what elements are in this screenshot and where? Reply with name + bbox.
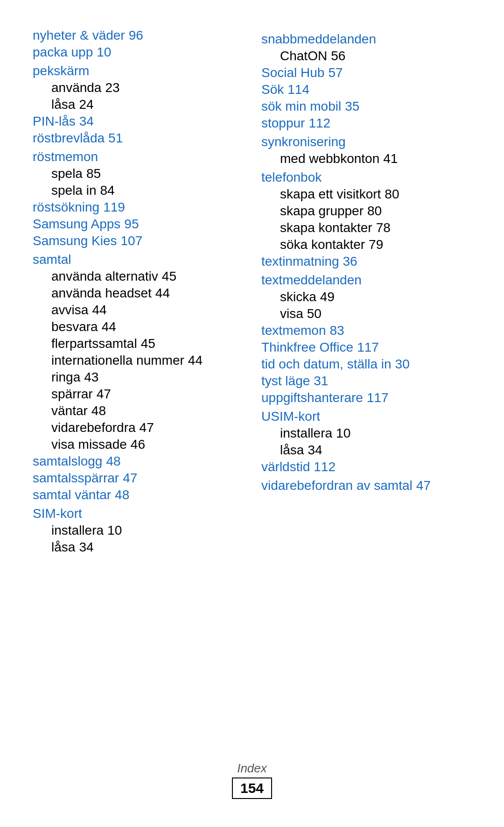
entry-number: 30 [395,357,410,372]
index-entry-parent: pekskärm [33,64,243,78]
entry-label: samtal väntar [33,488,111,502]
index-entry: röstsökning119 [33,200,243,215]
index-sub-entry: skicka49 [261,290,471,304]
index-entry: världstid112 [261,459,471,474]
index-sub-entry: visa missade46 [33,437,243,452]
sub-entry-label: visa missade [51,437,127,452]
entry-label: Samsung Apps [33,217,120,232]
index-entry: Samsung Kies107 [33,233,243,248]
sub-entry-label: låsa [280,443,304,458]
index-entry: Sök114 [261,82,471,97]
sub-entry-number: 84 [100,183,115,198]
sub-entry-number: 23 [105,80,119,95]
sub-entry-label: med webbkonton [280,151,379,166]
sub-entry-number: 56 [331,49,345,64]
entry-label: tid och datum, ställa in [261,357,392,372]
index-entry-parent: telefonbok [261,170,471,185]
entry-label: världstid [261,459,310,474]
sub-entry-label: väntar [51,403,88,418]
index-entry: uppgiftshanterare117 [261,390,471,405]
index-sub-entry: flerpartssamtal45 [33,336,243,351]
sub-entry-number: 10 [336,426,350,441]
entry-label: PIN-lås [33,114,76,129]
index-sub-entry: avvisa44 [33,303,243,318]
sub-entry-label: använda alternativ [51,269,158,284]
sub-entry-label: ringa [51,370,80,385]
index-entry-parent: snabbmeddelanden [261,32,471,47]
entry-number: 107 [121,233,143,248]
sub-entry-number: 85 [86,166,101,181]
index-entry: samtalslogg48 [33,454,243,469]
entry-label: samtal [33,252,71,267]
index-entry: samtalsspärrar47 [33,471,243,486]
index-sub-entry: ringa43 [33,370,243,385]
entry-label: röstsökning [33,200,99,215]
sub-entry-number: 44 [102,319,116,334]
index-entry: Thinkfree Office117 [261,340,471,355]
sub-entry-label: ChatON [280,49,327,64]
sub-entry-number: 79 [369,237,383,252]
index-entry: samtal väntar48 [33,488,243,502]
entry-number: 96 [129,28,143,43]
sub-entry-label: skapa grupper [280,204,364,219]
entry-label: Social Hub [261,65,324,80]
index-sub-entry: skapa kontakter78 [261,220,471,235]
entry-label: telefonbok [261,170,322,185]
sub-entry-number: 80 [367,204,382,219]
sub-entry-label: vidarebefordra [51,420,136,435]
sub-entry-label: spärrar [51,387,93,402]
sub-entry-label: skapa kontakter [280,220,372,235]
entry-label: röstmemon [33,149,98,164]
sub-entry-number: 34 [308,443,322,458]
entry-number: 117 [357,340,379,355]
sub-entry-label: spela [51,166,83,181]
entry-label: textmeddelanden [261,273,362,288]
entry-label: stoppur [261,116,305,131]
entry-number: 35 [345,99,359,114]
entry-number: 114 [287,82,309,97]
entry-number: 47 [123,471,137,486]
entry-number: 48 [115,488,129,502]
sub-entry-label: spela in [51,183,97,198]
sub-entry-number: 45 [162,269,176,284]
entry-label: Samsung Kies [33,233,117,248]
index-sub-entry: spela85 [33,166,243,181]
entry-number: 34 [79,114,94,129]
index-entry: nyheter & väder96 [33,28,243,43]
index-entry: textmemon83 [261,323,471,338]
page-footer: Index 154 [0,761,504,799]
index-sub-entry: använda headset44 [33,286,243,301]
index-sub-entry: skapa grupper80 [261,204,471,219]
sub-entry-number: 44 [188,353,203,368]
entry-number: 51 [108,131,123,146]
index-sub-entry: spela in84 [33,183,243,198]
index-sub-entry: använda alternativ45 [33,269,243,284]
entry-label: textinmatning [261,254,339,269]
sub-entry-number: 47 [97,387,111,402]
entry-label: vidarebefordran av samtal [261,478,413,493]
sub-entry-number: 10 [107,523,122,538]
sub-entry-number: 43 [84,370,98,385]
sub-entry-label: söka kontakter [280,237,365,252]
index-entry-parent: USIM-kort [261,409,471,424]
left-column: nyheter & väder96packa upp10pekskärmanvä… [33,28,243,557]
sub-entry-number: 46 [131,437,145,452]
sub-entry-number: 41 [383,151,398,166]
sub-entry-label: besvara [51,319,98,334]
index-entry-parent: vidarebefordran av samtal 47 [261,478,471,493]
sub-entry-label: installera [280,426,332,441]
sub-entry-label: använda headset [51,286,152,301]
entry-label: uppgiftshanterare [261,390,363,405]
entry-label: röstbrevlåda [33,131,105,146]
index-sub-entry: väntar48 [33,403,243,418]
sub-entry-label: låsa [51,540,75,555]
sub-entry-number: 24 [79,97,93,112]
entry-label: pekskärm [33,64,89,78]
sub-entry-number: 45 [141,336,155,351]
index-sub-entry: vidarebefordra47 [33,420,243,435]
sub-entry-label: avvisa [51,303,88,318]
index-content: nyheter & väder96packa upp10pekskärmanvä… [33,28,471,557]
entry-label: SIM-kort [33,506,82,521]
entry-number: 10 [97,45,111,60]
entry-number: 95 [124,217,139,232]
